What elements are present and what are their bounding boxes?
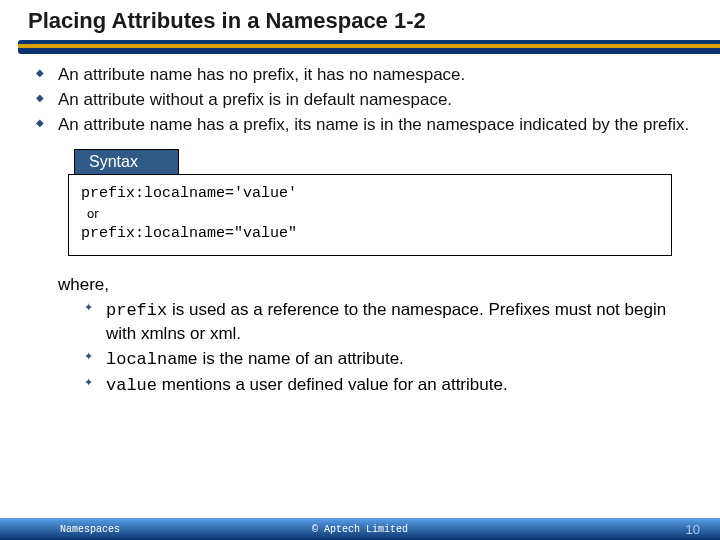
footer-left: Namespaces: [60, 524, 120, 535]
syntax-label: Syntax: [74, 149, 179, 174]
slide-footer: Namespaces © Aptech Limited 10: [0, 518, 720, 540]
where-code: prefix: [106, 301, 167, 320]
where-code: localname: [106, 350, 198, 369]
bullet-item: An attribute name has a prefix, its name…: [28, 114, 692, 137]
syntax-box: prefix:localname='value' or prefix:local…: [68, 174, 672, 256]
where-text: is used as a reference to the namespace.…: [106, 300, 666, 343]
page-number: 10: [686, 522, 700, 537]
bullet-item: An attribute name has no prefix, it has …: [28, 64, 692, 87]
where-label: where,: [58, 274, 692, 297]
where-item: prefix is used as a reference to the nam…: [84, 299, 692, 346]
where-list: prefix is used as a reference to the nam…: [58, 299, 692, 398]
where-item: localname is the name of an attribute.: [84, 348, 692, 372]
syntax-line: prefix:localname='value': [81, 183, 659, 205]
syntax-line: prefix:localname="value": [81, 223, 659, 245]
bullet-item: An attribute without a prefix is in defa…: [28, 89, 692, 112]
slide-content: An attribute name has no prefix, it has …: [28, 64, 692, 400]
where-text: mentions a user defined value for an att…: [157, 375, 508, 394]
where-item: value mentions a user defined value for …: [84, 374, 692, 398]
slide-title: Placing Attributes in a Namespace 1-2: [28, 8, 426, 34]
syntax-or: or: [81, 205, 659, 224]
slide-header: Placing Attributes in a Namespace 1-2: [0, 0, 720, 56]
main-bullet-list: An attribute name has no prefix, it has …: [28, 64, 692, 137]
where-code: value: [106, 376, 157, 395]
header-divider: [18, 40, 720, 54]
where-text: is the name of an attribute.: [198, 349, 404, 368]
syntax-block: Syntax prefix:localname='value' or prefi…: [68, 149, 672, 256]
where-block: where, prefix is used as a reference to …: [58, 274, 692, 398]
